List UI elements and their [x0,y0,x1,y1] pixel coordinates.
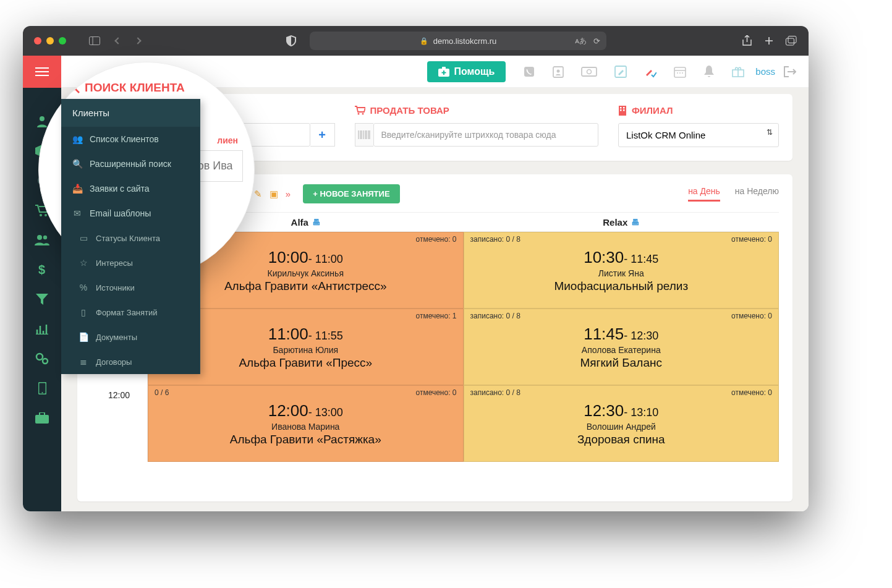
lesson-trainer: Листик Яна [598,268,644,278]
flyout-item-contracts[interactable]: ≣Договоры [61,349,200,374]
maximize-dot[interactable] [59,37,66,45]
lesson-marked: отмечено: 0 [731,388,772,397]
rail-chart-icon[interactable] [23,314,61,344]
flyout-item-sources[interactable]: %Источники [61,275,200,300]
doc-icon: ▯ [79,307,88,317]
lesson-card[interactable]: записано: 0 / 8 отмечено: 0 11:45- 12:30… [464,309,779,385]
new-lesson-button[interactable]: + НОВОЕ ЗАНЯТИЕ [303,184,399,203]
branch-select[interactable]: ListOk CRM Online [618,123,779,147]
barcode-icon [355,123,373,147]
branch-header: ФИЛИАЛ [618,105,779,116]
lesson-title: Альфа Гравити «Антистресс» [224,279,387,293]
logout-icon[interactable] [784,66,796,77]
rail-gears-icon[interactable] [23,344,61,373]
print-icon[interactable]: 🖶 [312,218,320,227]
translate-icon[interactable]: ᴀあ [575,36,587,46]
new-tab-icon[interactable] [763,35,775,47]
link-icon: % [79,283,88,292]
add-client-button[interactable]: + [310,123,335,147]
tab-day[interactable]: на День [688,186,720,202]
lesson-title: Миофасциальный релиз [554,279,688,293]
flyout-item-documents[interactable]: 📄Документы [61,325,200,349]
lesson-card[interactable]: записано: 0 / 8 отмечено: 0 12:30- 13:10… [464,385,779,462]
calendar-icon[interactable] [674,66,686,78]
flyout-item-clients-list[interactable]: 👥Список Клиентов [61,127,200,151]
rail-people-icon[interactable] [23,225,61,255]
lesson-booked: записано: 0 / 8 [470,235,520,244]
flyout-item-interests[interactable]: ☆Интересы [61,250,200,275]
lesson-booked: записано: 0 / 8 [470,388,520,397]
flyout-item-site-leads[interactable]: 📥Заявки с сайта [61,176,200,201]
flyout-item-format[interactable]: ▯Формат Занятий [61,300,200,325]
svg-rect-3 [786,38,794,45]
rail-briefcase-icon[interactable] [23,403,61,433]
help-button[interactable]: Помощь [427,61,506,82]
id-icon[interactable] [553,66,564,78]
url-bar[interactable]: 🔒 demo.listokcrm.ru ᴀあ ⟳ [310,32,606,50]
svg-point-35 [362,113,363,115]
flyout-item-email-templates[interactable]: ✉Email шаблоны [61,201,200,226]
contract-icon: ≣ [79,357,88,367]
lesson-time: 12:00- 13:00 [268,401,343,420]
tabs-icon[interactable] [785,35,797,47]
svg-point-12 [43,359,48,364]
top-icons [523,66,744,78]
product-header: ПРОДАТЬ ТОВАР [355,105,599,116]
svg-rect-2 [788,36,796,43]
sidebar-icon[interactable] [88,35,101,47]
money-icon[interactable] [581,67,597,77]
lesson-title: Альфа Гравити «Пресс» [239,356,372,370]
svg-point-29 [682,72,683,74]
bell-icon[interactable] [703,66,715,78]
nav-buttons [112,35,144,47]
window-controls [34,37,66,45]
shield-icon[interactable] [285,35,297,47]
svg-rect-38 [623,107,625,109]
svg-point-9 [43,236,47,239]
lesson-time: 10:30- 11:45 [584,248,658,267]
svg-rect-37 [620,107,622,109]
svg-rect-40 [623,109,625,111]
room-col-relax: записано: 0 / 8 отмечено: 0 10:30- 11:45… [464,232,779,462]
forward-button[interactable] [132,35,144,47]
lesson-trainer: Барютина Юлия [273,345,338,355]
svg-point-7 [45,214,47,216]
cart-icon [355,106,365,115]
edit-icon[interactable] [614,66,627,78]
rail-funnel-icon[interactable] [23,284,61,314]
group-icon[interactable]: ▣ [270,189,278,200]
lesson-title: Здоровая спина [577,433,665,446]
phone-icon[interactable] [523,66,535,78]
user-link[interactable]: boss [755,66,775,77]
hamburger-button[interactable] [23,56,61,88]
skip-icon[interactable]: » [286,189,291,199]
schedule-tabs: на День на Неделю [688,186,779,202]
search-icon: 🔍 [72,159,82,169]
room-header-relax: Relax 🖶 [464,217,779,228]
back-button[interactable] [112,35,124,47]
flyout-item-advanced-search[interactable]: 🔍Расширенный поиск [61,151,200,176]
lesson-time: 11:45- 12:30 [584,325,658,344]
refresh-icon[interactable]: ⟳ [593,36,600,46]
print-icon[interactable]: 🖶 [631,218,639,227]
rail-dollar-icon[interactable]: $ [23,255,61,284]
star-icon: ☆ [79,258,88,268]
barcode-input[interactable] [373,123,599,147]
rail-mobile-icon[interactable] [23,373,61,403]
flyout-item-statuses[interactable]: ▭Статусы Клиента [61,226,200,250]
minimize-dot[interactable] [46,37,54,45]
lesson-card[interactable]: 0 / 6 отмечено: 0 12:00- 13:00 Иванова М… [148,385,464,462]
tab-week[interactable]: на Неделю [735,186,779,202]
branch-col: ФИЛИАЛ ListOk CRM Online ⇅ [618,105,779,147]
lesson-card[interactable]: записано: 0 / 8 отмечено: 0 10:30- 11:45… [464,232,779,309]
lesson-time: 12:30- 13:10 [584,401,658,420]
share-icon[interactable] [741,35,753,47]
gift-icon[interactable] [732,66,744,77]
help-label: Помощь [454,66,495,77]
lesson-booked: записано: 0 / 8 [470,312,520,320]
svg-point-21 [557,69,560,72]
building-icon [618,106,627,116]
close-dot[interactable] [34,37,41,45]
edit-ico-4[interactable]: ✎ [254,189,262,200]
edit-check-icon[interactable] [644,66,656,78]
